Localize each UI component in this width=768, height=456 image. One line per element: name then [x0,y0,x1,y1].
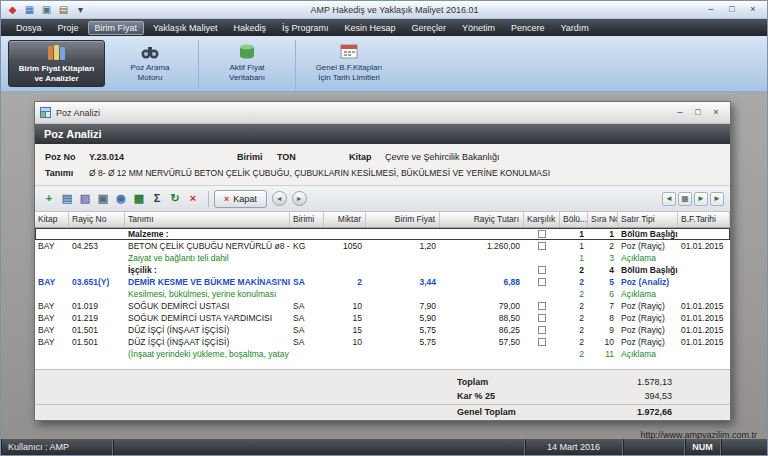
table-row[interactable]: BAY01.019SOĞUK DEMİRCİ USTASISA107,9079,… [35,300,730,312]
toplam-value: 1.578,13 [567,377,672,387]
add-icon[interactable]: + [41,191,57,207]
table-row[interactable]: BAY03.651(Y)DEMİR KESME VE BÜKME MAKİNAS… [35,276,730,288]
record-first-icon[interactable]: ◄ [662,192,676,206]
new-doc-icon[interactable]: ▤ [59,191,75,207]
karsilik-checkbox[interactable] [538,302,546,310]
ribbon-poz-arama-button[interactable]: Poz Arama Motoru [109,40,191,87]
karsilik-checkbox[interactable] [538,242,546,250]
menu-birim-fiyat[interactable]: Birim Fiyat [88,21,145,35]
statusbar-date: 14 Mart 2016 [525,439,623,455]
menu-pencere[interactable]: Pencere [504,21,552,35]
menu-yonetim[interactable]: Yönetim [455,21,502,35]
karsilik-checkbox[interactable] [538,326,546,334]
karsilik-checkbox[interactable] [538,266,546,274]
column-header-birimi[interactable]: Birimi [290,212,324,227]
binoculars-icon [140,43,160,61]
genel-toplam-label: Genel Toplam [457,407,567,417]
record-last-icon[interactable]: ► [710,192,724,206]
dialog-maximize-button[interactable]: □ [689,106,707,119]
menu-gerecler[interactable]: Gereçler [404,21,453,35]
menu-kesin-hesap[interactable]: Kesin Hesap [337,21,402,35]
menu-hakedis[interactable]: Hakediş [226,21,273,35]
kapat-button[interactable]: × Kapat [214,190,267,208]
kar-value: 394,53 [567,391,672,401]
menu-yaklasik-maliyet[interactable]: Yaklaşık Maliyet [146,21,224,35]
table-row[interactable]: BAY01.219SOĞUK DEMİRCİ USTA YARDIMCISISA… [35,312,730,324]
dialog-minimize-button[interactable]: – [671,106,689,119]
save-icon[interactable]: ▦ [23,4,36,16]
record-grid-icon[interactable]: ▦ [678,192,692,206]
ribbon-birim-fiyat-kitaplari-button[interactable]: Birim Fiyat Kitapları ve Analizler [8,40,105,87]
birimi-label: Birimi [237,152,277,162]
ribbon-tarih-limitleri-button[interactable]: Genel B.F.Kitapları İçin Tarih Limitleri [303,40,395,87]
dialog-title: Poz Analizi [56,108,671,118]
dialog-titlebar: Poz Analizi – □ × [35,102,730,124]
column-header-tanimi[interactable]: Tanımı [125,212,290,227]
refresh-icon[interactable]: ↻ [167,191,183,207]
print-icon[interactable]: ▣ [95,191,111,207]
sum-icon[interactable]: Σ [149,191,165,207]
ribbon-aktif-fiyat-veritabani-button[interactable]: Aktif Fiyat Veritabanı [206,40,288,87]
kar-label: Kar % 25 [457,391,567,401]
maximize-button[interactable]: □ [723,3,741,16]
kitap-label: Kitap [349,152,385,162]
table-header: Kitap Rayiç No Tanımı Birimi Miktar Biri… [35,212,730,228]
column-header-kitap[interactable]: Kitap [35,212,69,227]
karsilik-checkbox[interactable] [538,314,546,322]
column-header-karsilik[interactable]: Karşılık [524,212,560,227]
close-x-icon: × [224,194,229,204]
menu-yardim[interactable]: Yardım [554,21,596,35]
dialog-close-button[interactable]: × [707,106,725,119]
statusbar-user: Kullanıcı : AMP [1,439,113,455]
column-header-rayic-no[interactable]: Rayiç No [69,212,125,227]
table-row[interactable]: (İnşaat yerindeki yükleme, boşaltma, yat… [35,348,730,360]
column-header-satir-tipi[interactable]: Satır Tipi [618,212,678,227]
table-body: Malzeme :11Bölüm BaşlığıBAY04.253BETON Ç… [35,228,730,369]
table-row[interactable]: Kesilmesi, bükülmesi, yerine konulması26… [35,288,730,300]
column-header-bf-tarihi[interactable]: B.F.Tarihi [678,212,730,227]
column-header-birim-fiyat[interactable]: Birim Fiyat [366,212,440,227]
qat-dropdown-icon[interactable]: ▾ [74,4,87,16]
delete-icon[interactable]: × [185,191,201,207]
column-header-bolum[interactable]: Bölü... [560,212,588,227]
ribbon-button-label: Poz Arama [130,63,169,73]
tanimi-label: Tanımı [45,168,89,178]
table-row[interactable]: Zaiyat ve bağlantı teli dahil13Açıklama [35,252,730,264]
menu-is-programi[interactable]: İş Programı [275,21,336,35]
ribbon-button-label: Veritabanı [229,73,265,83]
poz-analizi-window: Poz Analizi – □ × Poz Analizi Poz No Y.2… [34,101,731,421]
record-next-icon[interactable]: ► [694,192,708,206]
copy-icon[interactable]: ▨ [77,191,93,207]
app-icon[interactable]: ◆ [6,4,19,16]
calculator-icon[interactable]: ▤ [57,4,70,16]
table-row[interactable]: BAY01.501DÜZ İŞÇİ (İNŞAAT İŞÇİSİ)SA155,7… [35,324,730,336]
record-nav-group: ◄▦►► [662,192,724,206]
column-header-sira-no[interactable]: Sıra No [588,212,618,227]
print-icon[interactable]: ▣ [40,4,53,16]
menu-dosya[interactable]: Dosya [9,21,49,35]
table-row[interactable]: Malzeme :11Bölüm Başlığı [35,228,730,240]
application-window: ◆▦▣▤▾ AMP Hakediş ve Yaklaşık Maliyet 20… [0,0,768,456]
column-header-miktar[interactable]: Miktar [324,212,366,227]
table-row[interactable]: İşçilik :24Bölüm Başlığı [35,264,730,276]
karsilik-checkbox[interactable] [538,278,546,286]
statusbar-spacer [113,439,525,455]
karsilik-checkbox[interactable] [538,338,546,346]
genel-toplam-value: 1.972,66 [567,407,672,417]
poz-no-value: Y.23.014 [89,152,237,162]
table-row[interactable]: BAY04.253BETON ÇELİK ÇUBUĞU NERVÜRLÜ ø8 … [35,240,730,252]
total-row-kar: Kar % 25 394,53 [35,389,730,403]
statusbar-num-indicator: NUM [685,439,721,455]
toolbar-icon-group: +▤▨▣◉▦Σ↻× [41,191,203,207]
close-button[interactable]: × [744,3,762,16]
nav-back-button[interactable]: ◄ [272,191,287,206]
column-header-rayic-tutari[interactable]: Rayiç Tutarı [440,212,524,227]
table-row[interactable]: BAY01.501DÜZ İŞÇİ (İNŞAAT İŞÇİSİ)SA105,7… [35,336,730,348]
karsilik-checkbox[interactable] [538,230,546,238]
search-icon[interactable]: ◉ [113,191,129,207]
ribbon-separator [295,40,296,89]
excel-icon[interactable]: ▦ [131,191,147,207]
menu-proje[interactable]: Proje [51,21,86,35]
nav-forward-button[interactable]: ► [292,191,307,206]
minimize-button[interactable]: – [702,3,720,16]
